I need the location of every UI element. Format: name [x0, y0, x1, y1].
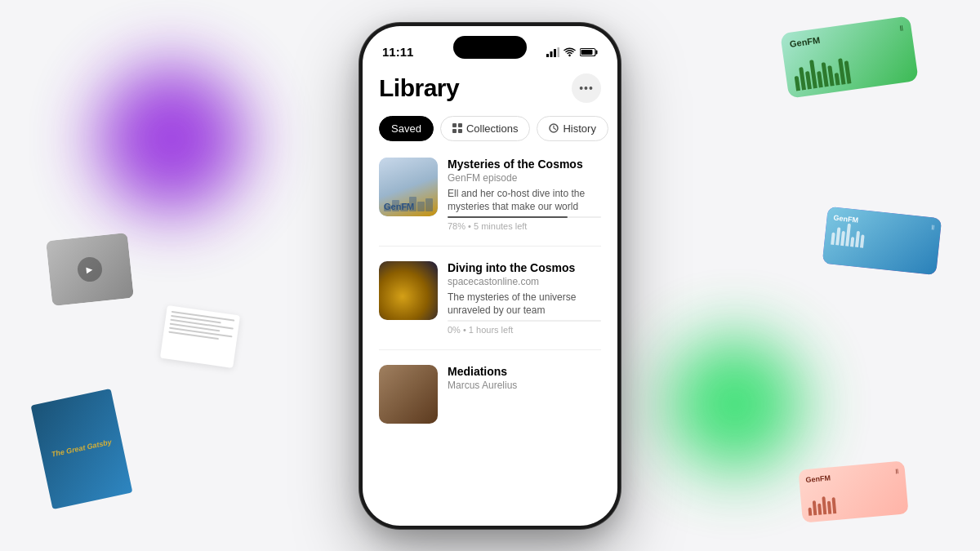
- genfm-green-bars: [793, 51, 910, 91]
- genfm-blue-bars: [831, 227, 933, 256]
- status-time: 11:11: [382, 45, 413, 59]
- bar-8: [835, 73, 840, 86]
- svg-rect-9: [458, 123, 462, 127]
- progress-bar: [448, 320, 601, 322]
- item-thumbnail-mediations: [379, 365, 438, 424]
- page-title: Library: [379, 74, 459, 102]
- item-description: Ell and her co-host dive into the myster…: [448, 187, 601, 213]
- phone-screen: 11:11: [363, 26, 617, 526]
- bar-2: [799, 67, 806, 90]
- wifi-icon: [564, 47, 576, 57]
- clock-icon: [549, 123, 559, 133]
- item-title: Mediations: [448, 365, 601, 378]
- status-icons: [546, 47, 598, 57]
- library-item[interactable]: ll: [379, 158, 601, 247]
- item-thumbnail-cosmos: [379, 261, 438, 320]
- item-info: Mediations Marcus Aurelius: [448, 365, 601, 394]
- item-meta: 0% • 1 hours left: [448, 325, 601, 335]
- svg-rect-3: [558, 47, 560, 57]
- svg-rect-6: [596, 50, 598, 54]
- tab-collections[interactable]: Collections: [440, 116, 531, 141]
- svg-rect-8: [452, 123, 457, 127]
- floating-paper-card: [160, 305, 240, 368]
- item-source: GenFM episode: [448, 172, 601, 184]
- bar-4: [809, 60, 817, 88]
- floating-genfm-green-card: GenFM ll: [780, 16, 919, 98]
- tab-history[interactable]: History: [537, 116, 608, 141]
- svg-rect-11: [458, 129, 462, 133]
- floating-genfm-blue-card: GenFM ll: [822, 207, 942, 275]
- svg-rect-1: [550, 51, 553, 57]
- bar-10: [844, 60, 852, 83]
- progress-bar: [448, 216, 601, 218]
- bar-7: [827, 65, 834, 86]
- genfm-thumb-label: GenFM: [384, 202, 414, 211]
- status-bar: 11:11: [363, 26, 617, 67]
- item-description: The mysteries of the universe unraveled …: [448, 291, 601, 317]
- signal-icon: [546, 47, 559, 57]
- app-header: Library •••: [379, 67, 601, 103]
- bar-1: [795, 76, 800, 91]
- svg-rect-7: [581, 50, 593, 55]
- progress-fill: [448, 216, 568, 218]
- genfm-pink-label: GenFM: [805, 473, 831, 484]
- tabs-row: Saved Collections: [379, 116, 601, 141]
- svg-rect-10: [452, 129, 457, 133]
- item-title: Diving into the Cosmos: [448, 261, 601, 274]
- library-list: ll: [379, 158, 601, 439]
- item-title: Mysteries of the Cosmos: [448, 158, 601, 171]
- item-source: Marcus Aurelius: [448, 380, 601, 391]
- grid-icon: [452, 123, 462, 133]
- svg-point-4: [568, 54, 570, 56]
- tab-saved[interactable]: Saved: [379, 116, 434, 141]
- svg-rect-0: [546, 54, 549, 57]
- library-item[interactable]: Mediations Marcus Aurelius: [379, 365, 601, 438]
- bar-6: [822, 62, 829, 87]
- green-glow: [653, 322, 817, 486]
- tab-saved-label: Saved: [391, 122, 421, 135]
- floating-gatsby-card: The Great Gatsby: [31, 389, 133, 509]
- bar-3: [805, 71, 812, 89]
- genfm-green-label: GenFM: [789, 35, 821, 49]
- more-options-icon: •••: [579, 82, 594, 95]
- item-source: spacecastonline.com: [448, 276, 601, 287]
- dynamic-island: [453, 36, 527, 59]
- bar-5: [817, 71, 823, 88]
- purple-glow: [82, 49, 261, 229]
- item-thumbnail-genfm: ll: [379, 158, 438, 216]
- item-info: Diving into the Cosmos spacecastonline.c…: [448, 261, 601, 335]
- phone-device: 11:11: [359, 23, 621, 529]
- svg-rect-2: [554, 49, 556, 57]
- floating-photo-card: ▶: [46, 233, 134, 306]
- app-content: Library ••• Saved: [363, 67, 617, 454]
- battery-icon: [580, 47, 598, 57]
- gatsby-title-text: The Great Gatsby: [51, 438, 113, 460]
- tab-collections-label: Collections: [466, 122, 519, 135]
- pause-indicator: ll: [899, 24, 903, 33]
- floating-genfm-pink-card: GenFM ll: [798, 460, 908, 522]
- tab-history-label: History: [563, 122, 595, 135]
- item-info: Mysteries of the Cosmos GenFM episode El…: [448, 158, 601, 231]
- phone-frame: 11:11: [359, 23, 621, 529]
- library-item[interactable]: Diving into the Cosmos spacecastonline.c…: [379, 261, 601, 350]
- bar-9: [838, 58, 845, 84]
- genfm-pink-bars: [807, 490, 901, 516]
- item-meta: 78% • 5 minutes left: [448, 221, 601, 231]
- more-options-button[interactable]: •••: [572, 73, 601, 103]
- genfm-blue-label: GenFM: [833, 214, 858, 224]
